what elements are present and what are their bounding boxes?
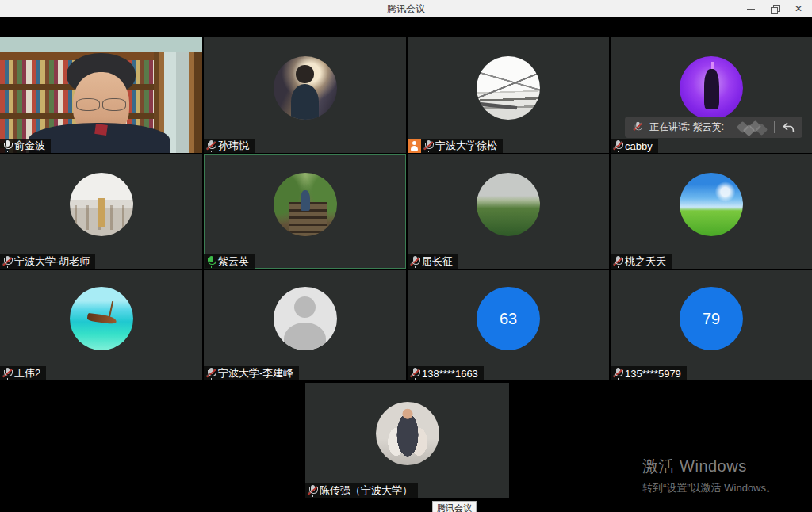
person-glasses xyxy=(76,98,127,109)
avatar-number: 63 xyxy=(500,310,517,328)
participant-name: 135****5979 xyxy=(625,368,681,380)
window-title: 腾讯会议 xyxy=(0,0,812,17)
mic-muted-icon xyxy=(2,256,12,268)
participant-tile[interactable]: 宁波大学-李建峰 xyxy=(204,270,406,380)
minimize-button[interactable] xyxy=(739,0,763,17)
meeting-window: 腾讯会议 ✕ 俞金波 xyxy=(0,0,812,512)
close-icon: ✕ xyxy=(795,4,802,13)
participant-label: 桃之夭夭 xyxy=(611,254,672,269)
participant-tile[interactable]: 王伟2 xyxy=(0,270,202,380)
participant-name: 宁波大学-胡老师 xyxy=(14,254,90,269)
restore-button[interactable] xyxy=(763,0,787,17)
avatar-number: 79 xyxy=(703,310,720,328)
mic-muted-icon xyxy=(410,368,419,380)
avatar xyxy=(376,402,439,465)
video-feed xyxy=(0,37,202,153)
mic-muted-icon xyxy=(206,140,216,152)
close-button[interactable]: ✕ xyxy=(787,0,810,17)
participant-name: cabby xyxy=(625,140,653,152)
participant-label: 屈长征 xyxy=(408,254,458,269)
speaking-toast: 正在讲话: 紫云英: xyxy=(625,117,802,138)
avatar: 79 xyxy=(680,287,743,350)
participant-tile[interactable]: 正在讲话: 紫云英: cabby xyxy=(611,37,812,153)
participant-name: 宁波大学-李建峰 xyxy=(218,366,293,380)
participant-label: 宁波大学-胡老师 xyxy=(0,254,95,269)
participant-label: 宁波大学-李建峰 xyxy=(204,366,299,380)
mic-speaking-icon xyxy=(206,256,216,268)
restore-icon xyxy=(771,5,779,13)
mic-muted-icon xyxy=(2,368,12,380)
member-badge-icon xyxy=(408,139,421,153)
participant-tile[interactable]: 宁波大学徐松 xyxy=(408,37,609,153)
participant-tile[interactable]: 79 135****5979 xyxy=(611,270,812,380)
window-controls: ✕ xyxy=(739,0,810,17)
participant-tile[interactable]: 屈长征 xyxy=(408,154,609,269)
video-wall xyxy=(0,37,202,52)
avatar xyxy=(477,56,540,120)
participant-name: 孙玮悦 xyxy=(218,139,249,153)
mic-muted-icon xyxy=(613,140,622,152)
mic-muted-icon xyxy=(634,122,642,133)
participant-label: 孙玮悦 xyxy=(204,139,255,153)
toast-divider xyxy=(774,121,775,133)
mic-muted-icon xyxy=(206,368,216,380)
video-grid: 俞金波 孙玮悦 宁波大学徐松 正在讲话: 紫云英: xyxy=(0,17,812,512)
participant-label: 138****1663 xyxy=(408,366,484,380)
participant-tile[interactable]: 陈传强（宁波大学） xyxy=(305,383,509,498)
minimize-icon xyxy=(747,9,755,10)
mic-muted-icon xyxy=(308,485,317,497)
participant-tile-speaking[interactable]: 紫云英 xyxy=(204,154,406,269)
participant-name: 屈长征 xyxy=(422,254,453,269)
avatar xyxy=(274,173,337,236)
reply-arrow-icon[interactable] xyxy=(783,122,795,133)
avatar xyxy=(477,173,540,236)
participant-name: 王伟2 xyxy=(14,366,40,380)
participant-name: 桃之夭夭 xyxy=(625,254,666,269)
participant-name: 138****1663 xyxy=(422,368,478,380)
avatar xyxy=(70,287,133,350)
avatar xyxy=(70,173,133,236)
participant-tile[interactable]: 桃之夭夭 xyxy=(611,154,812,269)
participant-name: 紫云英 xyxy=(218,254,249,269)
avatar: 63 xyxy=(477,287,540,350)
mic-muted-icon xyxy=(423,140,433,152)
participant-name: 俞金波 xyxy=(14,139,45,153)
titlebar: 腾讯会议 ✕ xyxy=(0,0,812,17)
participant-label: 135****5979 xyxy=(611,366,687,380)
avatar xyxy=(680,173,743,236)
avatar xyxy=(680,56,743,120)
participant-label: 王伟2 xyxy=(0,366,46,380)
participant-label: 陈传强（宁波大学） xyxy=(305,483,418,498)
participant-label: 紫云英 xyxy=(204,254,255,269)
participant-label: cabby xyxy=(611,139,658,153)
participant-name: 宁波大学徐松 xyxy=(435,139,497,153)
mic-muted-icon xyxy=(410,256,419,268)
mic-muted-icon xyxy=(613,256,622,268)
participant-label: 宁波大学徐松 xyxy=(408,139,503,153)
mic-on-icon xyxy=(2,140,12,152)
taskbar-tooltip: 腾讯会议 xyxy=(432,501,477,512)
watermark-title: 激活 Windows xyxy=(642,456,776,477)
person-collar xyxy=(94,124,108,136)
watermark-subtitle: 转到“设置”以激活 Windows。 xyxy=(642,481,776,495)
participant-name: 陈传强（宁波大学） xyxy=(320,483,412,498)
mic-muted-icon xyxy=(613,368,622,380)
avatar xyxy=(274,287,337,350)
participant-tile[interactable]: 63 138****1663 xyxy=(408,270,609,380)
speaking-toast-text: 正在讲话: 紫云英: xyxy=(649,120,724,134)
participant-tile[interactable]: 俞金波 xyxy=(0,37,202,153)
participant-tile[interactable]: 孙玮悦 xyxy=(204,37,406,153)
sound-wave-icon xyxy=(741,120,766,135)
windows-activation-watermark: 激活 Windows 转到“设置”以激活 Windows。 xyxy=(642,456,776,495)
participant-label: 俞金波 xyxy=(0,139,51,153)
avatar xyxy=(274,56,337,120)
participant-tile[interactable]: 宁波大学-胡老师 xyxy=(0,154,202,269)
